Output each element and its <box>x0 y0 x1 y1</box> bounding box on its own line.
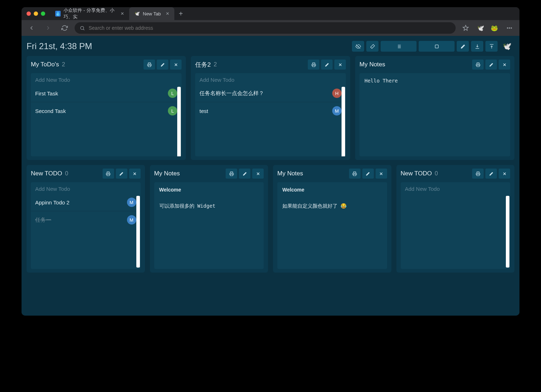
todo-list: 任务名称长一点会怎么样？ H test M <box>195 85 346 156</box>
priority-badge: M <box>127 215 136 225</box>
todo-item[interactable]: 任务一 M <box>31 211 141 228</box>
todo-item[interactable]: 任务名称长一点会怎么样？ H <box>195 85 346 102</box>
card-title: My ToDo's <box>31 61 59 68</box>
scrollbar[interactable] <box>342 87 345 156</box>
todo-list: Appinn Todo 2 M 任务一 M <box>31 194 141 269</box>
new-tab-button[interactable]: + <box>174 7 187 20</box>
card-edit-button[interactable] <box>239 169 250 179</box>
todo-text: Second Task <box>35 108 168 114</box>
card-count: 0 <box>435 170 438 177</box>
card-header: 任务2 2 <box>195 60 346 70</box>
card-actions <box>226 169 264 179</box>
card-print-button[interactable] <box>349 169 361 179</box>
priority-badge: M <box>127 198 136 207</box>
todo-card: My ToDo's 2 First Task L Second Task L <box>27 56 186 160</box>
priority-badge: L <box>168 89 177 98</box>
card-header: My Notes <box>154 169 264 179</box>
card-actions <box>144 60 182 70</box>
card-edit-button[interactable] <box>157 60 168 70</box>
card-edit-button[interactable] <box>116 169 127 179</box>
svg-point-2 <box>509 28 510 28</box>
favorite-button[interactable] <box>459 22 472 34</box>
card-print-button[interactable] <box>144 60 155 70</box>
priority-badge: H <box>332 89 342 98</box>
card-actions <box>472 60 510 70</box>
card-edit-button[interactable] <box>485 60 497 70</box>
todo-text: 任务名称长一点会怎么样？ <box>199 90 332 97</box>
card-count: 2 <box>62 61 65 68</box>
hide-button[interactable] <box>352 41 364 52</box>
browser-tab-active[interactable]: 🕊️ New Tab ✕ <box>129 7 174 20</box>
extension-bird-icon[interactable]: 🕊️ <box>476 23 486 33</box>
card-title: My Notes <box>359 61 385 68</box>
card-print-button[interactable] <box>103 169 114 179</box>
card-close-button[interactable] <box>499 60 510 70</box>
card-title: My Notes <box>154 170 180 177</box>
back-button[interactable] <box>25 22 38 34</box>
note-body[interactable]: Welcome 可以添加很多的 Widget <box>154 182 264 269</box>
card-count: 0 <box>65 170 68 177</box>
card-print-button[interactable] <box>308 60 319 70</box>
note-heading: Welcome <box>159 186 259 194</box>
widget-row-1: My ToDo's 2 First Task L Second Task L 任… <box>27 56 514 160</box>
card-close-button[interactable] <box>170 60 182 70</box>
todo-item[interactable]: test M <box>195 102 346 119</box>
scrollbar[interactable] <box>177 87 181 156</box>
address-input[interactable] <box>89 25 451 31</box>
todo-item[interactable]: Appinn Todo 2 M <box>31 194 141 211</box>
card-close-button[interactable] <box>376 169 387 179</box>
card-close-button[interactable] <box>252 169 264 179</box>
add-todo-input[interactable] <box>401 182 511 195</box>
card-title: New TODO <box>31 170 62 177</box>
note-card: My Notes Welcome 如果能自定义颜色就好了 😂 <box>273 165 391 273</box>
list-view-button[interactable] <box>381 41 417 52</box>
add-todo-input[interactable] <box>31 182 141 195</box>
todo-text: Appinn Todo 2 <box>35 199 127 206</box>
page-content: Fri 21st, 4:38 PM 🕊️ My ToDo's 2 <box>22 36 519 316</box>
todo-item[interactable]: Second Task L <box>31 102 182 119</box>
note-body[interactable]: Welcome 如果能自定义颜色就好了 😂 <box>277 182 387 269</box>
reload-button[interactable] <box>58 22 71 34</box>
card-close-button[interactable] <box>129 169 141 179</box>
card-print-button[interactable] <box>226 169 237 179</box>
card-header: New TODO 0 <box>401 169 511 179</box>
note-card: My Notes Welcome 可以添加很多的 Widget <box>150 165 268 273</box>
add-todo-input[interactable] <box>31 73 182 86</box>
card-close-button[interactable] <box>334 60 346 70</box>
edit-page-button[interactable] <box>457 41 469 52</box>
card-header: My Notes <box>277 169 387 179</box>
priority-badge: M <box>332 106 342 115</box>
priority-badge: L <box>168 106 177 115</box>
scrollbar[interactable] <box>506 196 509 268</box>
layout-button[interactable] <box>419 41 455 52</box>
download-button[interactable] <box>471 41 483 52</box>
theme-button[interactable] <box>366 41 378 52</box>
card-edit-button[interactable] <box>485 169 497 179</box>
upload-button[interactable] <box>485 41 498 52</box>
window-controls <box>22 11 50 16</box>
close-window-button[interactable] <box>27 11 31 16</box>
extension-frog-icon[interactable]: 🐸 <box>489 23 499 33</box>
close-tab-icon[interactable]: ✕ <box>166 11 169 16</box>
close-tab-icon[interactable]: ✕ <box>121 11 124 16</box>
todo-item[interactable]: First Task L <box>31 85 182 102</box>
card-edit-button[interactable] <box>321 60 333 70</box>
card-print-button[interactable] <box>472 60 484 70</box>
app-logo-icon[interactable]: 🕊️ <box>500 41 514 52</box>
favicon-icon: 💧 <box>55 11 61 16</box>
browser-tab[interactable]: 💧 小众软件 - 分享免费、小巧、实 ✕ <box>50 7 129 20</box>
scrollbar[interactable] <box>136 196 140 268</box>
forward-button[interactable] <box>42 22 55 34</box>
todo-text: 任务一 <box>35 217 127 223</box>
minimize-window-button[interactable] <box>34 11 38 16</box>
address-bar[interactable] <box>75 22 456 34</box>
card-close-button[interactable] <box>499 169 510 179</box>
maximize-window-button[interactable] <box>41 11 45 16</box>
todo-card: New TODO 0 Appinn Todo 2 M 任务一 M <box>27 165 145 273</box>
note-body[interactable]: Hello There <box>359 73 510 156</box>
card-print-button[interactable] <box>472 169 484 179</box>
card-header: New TODO 0 <box>31 169 141 179</box>
more-button[interactable] <box>503 22 516 34</box>
add-todo-input[interactable] <box>195 73 346 86</box>
card-edit-button[interactable] <box>362 169 374 179</box>
